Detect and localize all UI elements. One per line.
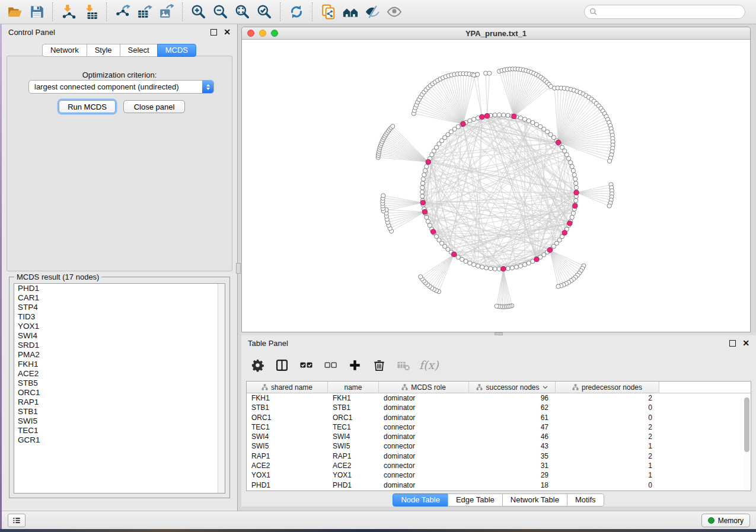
task-history-button[interactable]	[8, 514, 25, 527]
split-view-icon	[275, 358, 289, 372]
mcds-result-item[interactable]: ACE2	[14, 369, 225, 379]
table-row[interactable]: YOX1YOX1connector291	[247, 470, 751, 480]
mcds-result-item[interactable]: ORC1	[14, 388, 225, 398]
mcds-result-item[interactable]: YOX1	[14, 322, 225, 331]
refresh-button[interactable]	[286, 2, 306, 22]
export-image-button[interactable]	[157, 2, 176, 22]
deselect-all-button[interactable]	[320, 355, 340, 375]
mcds-result-item[interactable]: TEC1	[14, 426, 225, 435]
mcds-result-item[interactable]: SWI5	[14, 416, 225, 426]
control-panel-title: Control Panel	[8, 28, 55, 37]
table-settings-button[interactable]	[247, 355, 267, 375]
vertical-splitter-handle[interactable]	[236, 263, 241, 274]
mcds-result-item[interactable]: CAR1	[14, 293, 225, 303]
tab-motifs[interactable]: Motifs	[567, 493, 604, 507]
table-row[interactable]: TEC1TEC1connector472	[247, 422, 751, 432]
houses-icon	[343, 4, 358, 20]
close-panel-button[interactable]: Close panel	[123, 100, 185, 113]
column-header-filler	[659, 382, 751, 393]
table-row[interactable]: STB1STB1dominator620	[247, 403, 751, 412]
open-session-button[interactable]	[5, 2, 24, 22]
mcds-result-item[interactable]: TID3	[14, 312, 225, 322]
hide-details-button[interactable]	[362, 2, 382, 22]
tab-style[interactable]: Style	[87, 44, 120, 57]
zoom-fit-button[interactable]	[232, 2, 252, 22]
save-session-button[interactable]	[27, 2, 46, 22]
table-cell: ORC1	[328, 413, 379, 422]
tab-mcds[interactable]: MCDS	[157, 44, 196, 57]
mcds-result-item[interactable]: PHD1	[14, 284, 225, 293]
import-table-button[interactable]	[81, 2, 100, 22]
float-panel-icon[interactable]	[210, 29, 217, 36]
network-window-titlebar[interactable]: YPA_prune.txt_1	[242, 27, 750, 40]
mcds-result-item[interactable]: STB5	[14, 379, 225, 388]
table-scrollbar[interactable]	[744, 396, 749, 489]
mcds-result-item[interactable]: GCR1	[14, 435, 225, 445]
table-row[interactable]: ORC1ORC1dominator610	[247, 413, 751, 422]
table-cell: STB1	[247, 403, 328, 412]
search-input[interactable]	[601, 7, 740, 17]
float-table-panel-icon[interactable]	[729, 340, 736, 347]
mcds-result-item[interactable]: PMA2	[14, 350, 225, 360]
export-table-button[interactable]	[135, 2, 154, 22]
column-header-shared-name[interactable]: shared name	[247, 382, 328, 393]
import-network-button[interactable]	[59, 2, 78, 22]
mcds-list-scrollbar[interactable]	[218, 284, 225, 493]
show-details-button[interactable]	[384, 2, 404, 22]
mcds-result-item[interactable]: SRD1	[14, 341, 225, 350]
criterion-dropdown[interactable]: largest connected component (undirected)	[28, 80, 214, 94]
mcds-result-item[interactable]: STP4	[14, 303, 225, 312]
table-cell: FKH1	[247, 393, 328, 403]
table-cell: ORC1	[247, 413, 328, 422]
close-panel-icon[interactable]: ✕	[224, 28, 231, 36]
add-column-button[interactable]	[344, 355, 365, 375]
table-cell-filler	[659, 451, 751, 461]
table-row[interactable]: SWI5SWI5connector431	[247, 441, 751, 451]
column-header-name[interactable]: name	[328, 382, 379, 393]
column-header-MCDS-role[interactable]: MCDS role	[379, 382, 469, 393]
table-row[interactable]: SWI4SWI4dominator462	[247, 432, 751, 441]
table-cell: connector	[379, 470, 469, 480]
save-session-icon	[29, 4, 44, 20]
close-table-panel-icon[interactable]: ✕	[742, 339, 749, 347]
mcds-result-item[interactable]: STB1	[14, 407, 225, 416]
run-mcds-button[interactable]: Run MCDS	[59, 100, 116, 113]
zoom-out-button[interactable]	[210, 2, 230, 22]
table-row[interactable]: RAP1RAP1dominator352	[247, 451, 751, 461]
delete-column-button[interactable]	[369, 355, 389, 375]
export-network-button[interactable]	[113, 2, 132, 22]
mcds-result-item[interactable]: RAP1	[14, 398, 225, 407]
share-document-button[interactable]	[318, 2, 338, 22]
window-minimize-button[interactable]	[259, 30, 266, 37]
table-row[interactable]: FKH1FKH1dominator962	[247, 393, 751, 403]
mcds-result-item[interactable]: SWI4	[14, 331, 225, 341]
window-zoom-button[interactable]	[271, 30, 278, 37]
toolbar-separator	[182, 2, 183, 21]
search-field[interactable]	[584, 5, 745, 19]
column-header-predecessor-nodes[interactable]: predecessor nodes	[556, 382, 659, 393]
toolbar-separator	[312, 2, 312, 21]
tab-network-table[interactable]: Network Table	[502, 493, 567, 507]
table-row[interactable]: ACE2ACE2connector311	[247, 461, 751, 470]
tab-edge-table[interactable]: Edge Table	[448, 493, 503, 507]
mcds-result-item[interactable]: FKH1	[14, 360, 225, 369]
table-scrollbar-thumb[interactable]	[744, 398, 749, 452]
table-cell: connector	[379, 422, 469, 432]
table-cell: dominator	[379, 403, 469, 412]
split-view-button[interactable]	[272, 355, 292, 375]
mcds-result-list[interactable]: PHD1CAR1STP4TID3YOX1SWI4SRD1PMA2FKH1ACE2…	[14, 283, 225, 493]
network-graph-canvas[interactable]	[242, 40, 750, 332]
zoom-selected-button[interactable]	[254, 2, 274, 22]
select-all-button[interactable]	[296, 355, 316, 375]
tab-node-table[interactable]: Node Table	[393, 493, 448, 507]
houses-button[interactable]	[340, 2, 360, 22]
memory-button[interactable]: Memory	[701, 514, 750, 527]
table-row[interactable]: PHD1PHD1dominator180	[247, 480, 751, 490]
table-cell-filler	[659, 413, 751, 422]
tab-network[interactable]: Network	[42, 44, 87, 57]
tab-select[interactable]: Select	[120, 44, 158, 57]
window-close-button[interactable]	[247, 30, 254, 37]
dropdown-stepper-icon	[202, 81, 213, 93]
zoom-in-button[interactable]	[189, 2, 208, 22]
column-header-successor-nodes[interactable]: successor nodes	[469, 382, 556, 393]
